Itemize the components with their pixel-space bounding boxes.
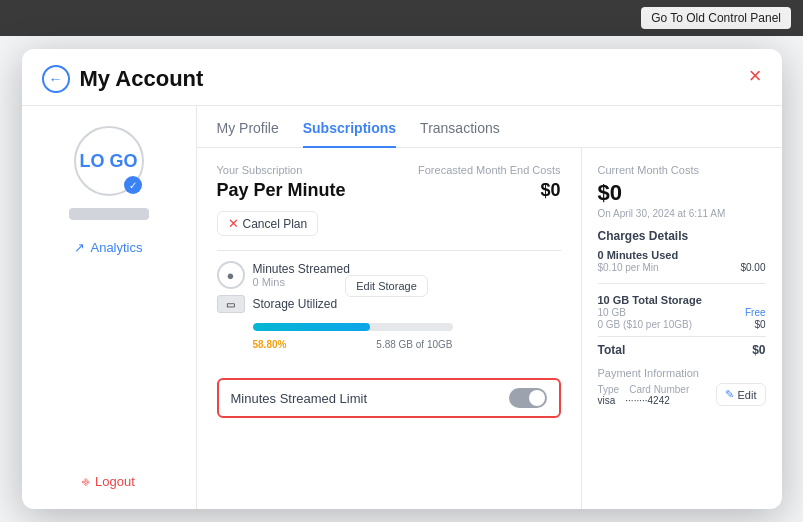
modal-body: LO GO ✓ ↗ Analytics ⎆ Logout bbox=[22, 106, 782, 509]
edit-icon: ✎ bbox=[725, 388, 734, 401]
tabs: My Profile Subscriptions Transactions bbox=[197, 106, 782, 148]
modal-title: My Account bbox=[80, 66, 204, 92]
analytics-icon: ↗ bbox=[74, 240, 85, 255]
storage-row: ▭ Storage Utilized Edit Storage bbox=[217, 295, 561, 313]
charge2-sub1: 10 GB bbox=[598, 307, 626, 318]
old-control-button[interactable]: Go To Old Control Panel bbox=[641, 7, 791, 29]
avatar-text: LO GO bbox=[80, 151, 138, 172]
analytics-link[interactable]: ↗ Analytics bbox=[74, 240, 142, 255]
tab-my-profile[interactable]: My Profile bbox=[217, 106, 279, 148]
current-cost-amount: $0 bbox=[598, 180, 766, 206]
top-bar: Go To Old Control Panel bbox=[0, 0, 803, 36]
charge1-sub: $0.10 per Min bbox=[598, 262, 659, 273]
limit-toggle[interactable] bbox=[509, 388, 547, 408]
total-row: Total $0 bbox=[598, 336, 766, 357]
cancel-label: Cancel Plan bbox=[243, 217, 308, 231]
payment-title: Payment Information bbox=[598, 367, 766, 379]
charge2-sub1-row: 10 GB Free bbox=[598, 307, 766, 318]
toggle-knob bbox=[529, 390, 545, 406]
minutes-label: Minutes Streamed bbox=[253, 262, 350, 276]
edit-storage-button[interactable]: Edit Storage bbox=[345, 275, 428, 297]
charge1-amount: $0.00 bbox=[740, 262, 765, 273]
charge2-title: 10 GB Total Storage bbox=[598, 294, 766, 306]
modal-overlay: ← My Account × LO GO ✓ ↗ A bbox=[0, 36, 803, 522]
total-amount: $0 bbox=[752, 343, 765, 357]
charge-row-2: 10 GB Total Storage 10 GB Free 0 GB ($10… bbox=[598, 294, 766, 330]
logout-icon: ⎆ bbox=[82, 474, 90, 489]
storage-icon: ▭ bbox=[217, 295, 245, 313]
charges-title: Charges Details bbox=[598, 229, 766, 243]
main-content: My Profile Subscriptions Transactions Yo… bbox=[197, 106, 782, 509]
limit-label: Minutes Streamed Limit bbox=[231, 391, 368, 406]
type-value: visa bbox=[598, 395, 616, 406]
plan-row: Pay Per Minute $0 bbox=[217, 180, 561, 201]
plan-name: Pay Per Minute bbox=[217, 180, 346, 201]
total-label: Total bbox=[598, 343, 626, 357]
card-label: Card Number bbox=[629, 384, 689, 395]
charge2-sub1-amount: Free bbox=[745, 307, 766, 318]
cancel-plan-button[interactable]: ✕ Cancel Plan bbox=[217, 211, 319, 236]
subscription-labels: Your Subscription Forecasted Month End C… bbox=[217, 164, 561, 176]
charge-row-1: 0 Minutes Used $0.10 per Min $0.00 bbox=[598, 249, 766, 273]
card-value: ········4242 bbox=[625, 395, 669, 406]
modal: ← My Account × LO GO ✓ ↗ A bbox=[22, 49, 782, 509]
progress-bar-container bbox=[253, 317, 561, 335]
minutes-icon: ● bbox=[217, 261, 245, 289]
payment-row: Type Card Number visa ········4242 ✎ bbox=[598, 383, 766, 406]
payment-values-row: visa ········4242 bbox=[598, 395, 690, 406]
payment-details: Type Card Number visa ········4242 bbox=[598, 384, 690, 406]
user-name-blur bbox=[69, 208, 149, 220]
limit-container: ➜ Minutes Streamed Limit bbox=[217, 378, 561, 418]
charge2-sub2-amount: $0 bbox=[754, 319, 765, 330]
current-costs-label: Current Month Costs bbox=[598, 164, 766, 176]
progress-bar-fill bbox=[253, 323, 371, 331]
subscription-content: Your Subscription Forecasted Month End C… bbox=[197, 148, 782, 509]
close-button[interactable]: × bbox=[749, 65, 762, 87]
back-arrow-icon: ← bbox=[49, 71, 63, 87]
forecasted-amount: $0 bbox=[540, 180, 560, 201]
cost-date: On April 30, 2024 at 6:11 AM bbox=[598, 208, 766, 219]
charge1-title: 0 Minutes Used bbox=[598, 249, 766, 261]
avatar-badge: ✓ bbox=[124, 176, 142, 194]
cancel-x-icon: ✕ bbox=[228, 216, 239, 231]
storage-label: Storage Utilized bbox=[253, 297, 338, 311]
edit-label: Edit bbox=[738, 389, 757, 401]
back-button[interactable]: ← bbox=[42, 65, 70, 93]
storage-used: 5.88 GB of 10GB bbox=[376, 339, 452, 350]
logout-link[interactable]: ⎆ Logout bbox=[82, 474, 135, 489]
divider-2 bbox=[598, 283, 766, 284]
subscription-left-panel: Your Subscription Forecasted Month End C… bbox=[197, 148, 582, 509]
tab-transactions[interactable]: Transactions bbox=[420, 106, 500, 148]
divider bbox=[217, 250, 561, 251]
sidebar: LO GO ✓ ↗ Analytics ⎆ Logout bbox=[22, 106, 197, 509]
minutes-limit-row: Minutes Streamed Limit bbox=[217, 378, 561, 418]
check-icon: ✓ bbox=[129, 180, 137, 191]
analytics-label: Analytics bbox=[90, 240, 142, 255]
charge1-amount-row: $0.10 per Min $0.00 bbox=[598, 262, 766, 273]
charge2-sub2-row: 0 GB ($10 per 10GB) $0 bbox=[598, 319, 766, 330]
progress-bar-background bbox=[253, 323, 453, 331]
minutes-value: 0 Mins bbox=[253, 276, 350, 288]
forecasted-label: Forecasted Month End Costs bbox=[418, 164, 560, 176]
modal-header: ← My Account × bbox=[22, 49, 782, 106]
logout-label: Logout bbox=[95, 474, 135, 489]
your-subscription-label: Your Subscription bbox=[217, 164, 303, 176]
charge2-sub2: 0 GB ($10 per 10GB) bbox=[598, 319, 693, 330]
payment-type-row: Type Card Number bbox=[598, 384, 690, 395]
storage-percent: 58.80% bbox=[253, 339, 287, 350]
edit-payment-button[interactable]: ✎ Edit bbox=[716, 383, 766, 406]
avatar-container: LO GO ✓ bbox=[74, 126, 144, 196]
tab-subscriptions[interactable]: Subscriptions bbox=[303, 106, 396, 148]
storage-stats: 58.80% 5.88 GB of 10GB bbox=[253, 339, 453, 350]
minutes-info: Minutes Streamed 0 Mins bbox=[253, 262, 350, 288]
type-label: Type bbox=[598, 384, 620, 395]
right-panel: Current Month Costs $0 On April 30, 2024… bbox=[582, 148, 782, 509]
